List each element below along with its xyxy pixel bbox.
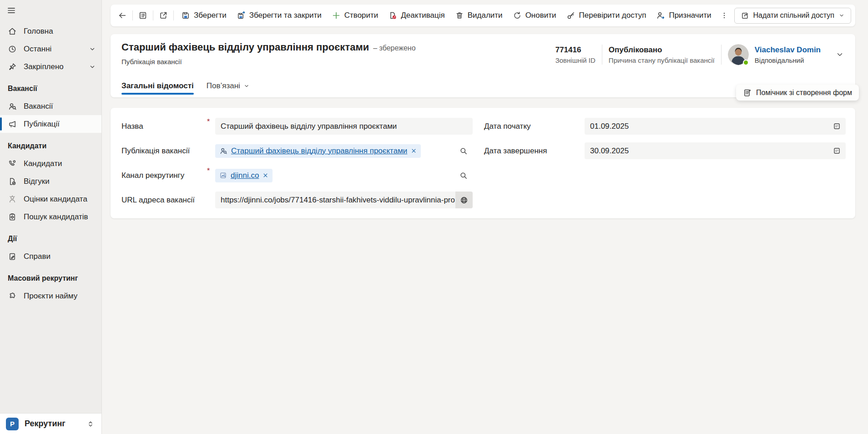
record-image-icon	[219, 172, 227, 179]
search-icon[interactable]	[459, 171, 468, 180]
app-switcher[interactable]: P Рекрутинг	[0, 413, 101, 434]
more-vertical-icon	[720, 11, 728, 20]
save-button[interactable]: Зберегти	[176, 7, 232, 24]
form-switcher-button[interactable]	[135, 8, 151, 23]
button-label: Помічник зі створення форм	[756, 89, 852, 97]
sidebar-item-candidate-search[interactable]: Пошук кандидатів	[0, 208, 101, 226]
plus-icon	[332, 11, 341, 20]
name-input[interactable]: Старший фахівець відділу управління проє…	[215, 118, 473, 135]
contact-phone-icon	[8, 159, 17, 168]
refresh-icon	[513, 11, 522, 20]
remove-value-icon[interactable]	[411, 148, 417, 154]
sidebar-item-vacancies[interactable]: Вакансії	[0, 97, 101, 115]
form-list-icon	[138, 11, 147, 20]
sidebar-item-label: Головна	[24, 27, 53, 36]
save-status: – збережено	[373, 44, 415, 52]
button-label: Видалити	[468, 11, 503, 20]
tab-general[interactable]: Загальні відомості	[121, 81, 194, 97]
calendar-icon[interactable]	[833, 146, 841, 155]
calendar-icon[interactable]	[833, 122, 841, 131]
sidebar-item-label: Вакансії	[24, 102, 53, 111]
sidebar-section-actions: Дії	[0, 226, 101, 247]
url-input[interactable]: https://djinni.co/jobs/771416-starshii-f…	[215, 192, 455, 208]
lookup-pill[interactable]: djinni.co	[215, 169, 273, 182]
button-label: Створити	[344, 11, 378, 20]
sidebar-item-candidate-ratings[interactable]: Оцінки кандидата	[0, 190, 101, 208]
save-and-close-button[interactable]: Зберегти та закрити	[232, 7, 327, 24]
remove-value-icon[interactable]	[262, 172, 268, 178]
chevron-down-icon[interactable]	[89, 45, 96, 53]
posting-lookup-field[interactable]: Старший фахівець відділу управління проє…	[215, 142, 473, 159]
tab-bar: Загальні відомості Пов’язані	[121, 81, 250, 97]
app-name: Рекрутинг	[25, 419, 66, 429]
owner-name[interactable]: Viacheslav Domin	[755, 45, 821, 55]
sidebar-item-candidates[interactable]: Кандидати	[0, 155, 101, 172]
sidebar-item-hiring-projects[interactable]: Проєкти найму	[0, 287, 101, 305]
share-icon	[741, 11, 749, 20]
tab-related[interactable]: Пов’язані	[207, 81, 250, 97]
clock-icon	[8, 45, 17, 54]
sidebar-item-label: Публікації	[24, 120, 60, 129]
sidebar-item-cases[interactable]: Справи	[0, 247, 101, 265]
sidebar-item-postings[interactable]: Публікації	[0, 115, 101, 133]
command-bar: Зберегти Зберегти та закрити Створити Де…	[111, 5, 855, 26]
sidebar-section-candidates: Кандидати	[0, 133, 101, 155]
share-button[interactable]: Надати спільний доступ	[734, 8, 852, 24]
header-expand-button[interactable]	[832, 46, 848, 63]
sidebar-item-recent[interactable]: Останні	[0, 40, 101, 58]
deactivate-button[interactable]: Деактивація	[383, 7, 449, 24]
external-id-label: Зовнішній ID	[555, 56, 595, 64]
field-label-start-date: Дата початку	[484, 118, 531, 135]
home-icon	[8, 27, 17, 36]
save-icon	[181, 11, 190, 20]
presence-status-dot	[743, 60, 749, 66]
sidebar-item-feedback[interactable]: Відгуки	[0, 172, 101, 190]
document-check-icon	[8, 177, 17, 186]
more-commands-button[interactable]	[717, 8, 732, 23]
owner-field[interactable]: Viacheslav Domin Відповідальний	[728, 44, 821, 65]
puzzle-icon	[8, 292, 17, 301]
sidebar-item-label: Кандидати	[24, 159, 62, 168]
hamburger-menu-button[interactable]	[3, 2, 20, 19]
sidebar-item-label: Закріплено	[24, 62, 64, 71]
chevron-down-icon[interactable]	[89, 63, 96, 71]
sidebar-item-label: Оцінки кандидата	[24, 195, 87, 204]
owner-role: Відповідальний	[755, 56, 821, 64]
status-field: Опубліковано Причина стану публікації ва…	[609, 45, 715, 64]
check-access-button[interactable]: Перевірити доступ	[561, 7, 651, 24]
form-assistant-button[interactable]: Помічник зі створення форм	[736, 85, 859, 101]
field-label-end-date: Дата завершення	[484, 142, 547, 159]
sidebar-item-label: Відгуки	[24, 177, 50, 186]
button-label: Оновити	[525, 11, 556, 20]
sidebar-section-vacancies: Вакансії	[0, 76, 101, 97]
button-label: Деактивація	[401, 11, 444, 20]
person-search-icon	[219, 147, 227, 155]
meta-divider	[721, 45, 722, 65]
start-date-input[interactable]: 01.09.2025	[585, 118, 846, 135]
refresh-button[interactable]: Оновити	[508, 7, 561, 24]
search-icon[interactable]	[459, 146, 468, 156]
button-label: Зберегти	[194, 11, 227, 20]
button-label: Зберегти та закрити	[249, 11, 322, 20]
page-title: Старший фахівець відділу управління проє…	[121, 41, 369, 53]
sidebar-item-pinned[interactable]: Закріплено	[0, 58, 101, 76]
sidebar-nav: Головна Останні Закріплено Вакансії Вака…	[0, 20, 101, 413]
toolbar-divider	[132, 10, 133, 20]
create-button[interactable]: Створити	[327, 7, 384, 24]
field-label-channel: Канал рекрутингу	[121, 167, 184, 184]
open-url-button[interactable]	[455, 192, 473, 208]
assign-button[interactable]: Призначити	[651, 7, 716, 24]
channel-lookup-field[interactable]: djinni.co	[215, 167, 473, 184]
sidebar-item-home[interactable]: Головна	[0, 22, 101, 40]
popout-icon	[159, 11, 168, 20]
posting-record-link[interactable]: Старший фахівець відділу управління проє…	[231, 146, 407, 156]
updown-chevrons-icon	[86, 420, 95, 428]
back-button[interactable]	[115, 8, 130, 23]
lookup-pill[interactable]: Старший фахівець відділу управління проє…	[215, 144, 421, 158]
channel-record-link[interactable]: djinni.co	[231, 171, 259, 180]
back-arrow-icon	[118, 11, 127, 20]
end-date-input[interactable]: 30.09.2025	[585, 142, 846, 159]
popout-button[interactable]	[156, 8, 171, 23]
external-id-field: 771416 Зовнішній ID	[555, 45, 595, 64]
delete-button[interactable]: Видалити	[450, 7, 508, 24]
